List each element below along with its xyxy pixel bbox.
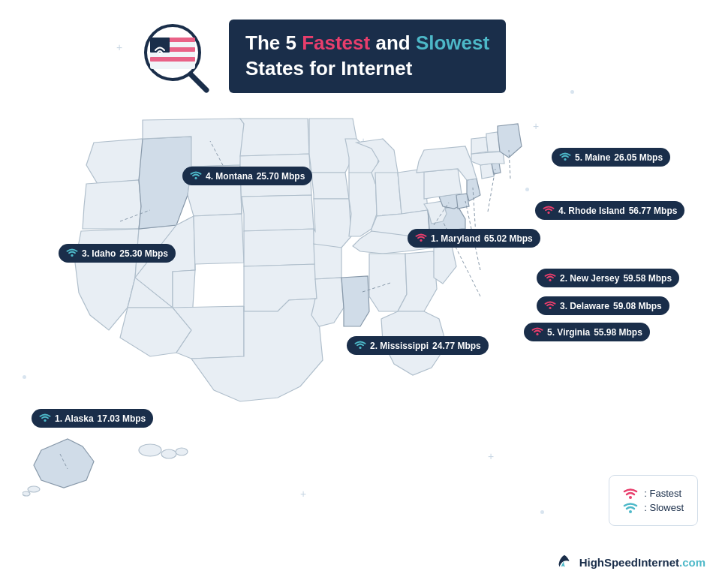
title-line1: The 5 Fastest and Slowest: [245, 31, 489, 56]
montana-label: 4. Montana 25.70 Mbps: [182, 167, 312, 185]
deco-dot: [570, 90, 574, 94]
alaska-rank: 1. Alaska: [55, 413, 94, 424]
svg-point-74: [71, 254, 73, 257]
svg-point-83: [629, 510, 632, 513]
svg-marker-38: [369, 254, 407, 311]
wifi-fast-icon5: [531, 326, 543, 338]
svg-point-82: [629, 496, 632, 499]
fastest-word: Fastest: [302, 32, 370, 54]
svg-point-59: [139, 444, 161, 456]
legend-fastest-label: : Fastest: [644, 488, 681, 499]
nj-label: 2. New Jersey 59.58 Mbps: [537, 269, 679, 287]
svg-marker-53: [471, 137, 488, 154]
ri-label: 4. Rhode Island 56.77 Mbps: [535, 201, 684, 220]
ri-speed: 56.77 Mbps: [629, 206, 678, 216]
svg-marker-55: [498, 124, 522, 158]
svg-point-72: [44, 419, 46, 422]
idaho-rank: 3. Idaho: [82, 248, 116, 259]
mississippi-speed: 24.77 Mbps: [432, 341, 481, 351]
svg-point-80: [547, 212, 549, 214]
map-area: .state { fill: #e8eef4; stroke: #b0bfcc;…: [23, 98, 608, 518]
maryland-rank: 1. Maryland: [431, 233, 480, 244]
virginia-rank: 5. Virginia: [547, 327, 590, 338]
svg-marker-34: [375, 173, 402, 216]
svg-point-76: [564, 158, 566, 161]
legend-fastest: : Fastest: [623, 488, 684, 499]
svg-point-78: [549, 279, 551, 281]
wifi-slow-icon5: [559, 152, 571, 163]
svg-marker-35: [398, 169, 428, 214]
svg-point-77: [420, 239, 422, 242]
legend-fastest-icon: [623, 488, 638, 499]
mississippi-label: 2. Mississippi 24.77 Mbps: [347, 336, 489, 355]
svg-marker-30: [341, 276, 369, 326]
svg-point-60: [161, 449, 176, 458]
svg-marker-21: [242, 195, 314, 231]
title-line2: States for Internet: [245, 56, 489, 82]
delaware-rank: 3. Delaware: [560, 301, 609, 311]
header: The 5 Fastest and Slowest States for Int…: [135, 15, 506, 98]
montana-rank: 4. Montana: [206, 171, 253, 182]
svg-point-73: [359, 347, 361, 349]
wifi-slow-icon2: [354, 340, 366, 351]
maryland-label: 1. Maryland 65.02 Mbps: [408, 229, 540, 248]
wifi-fast-icon3: [544, 300, 556, 311]
virginia-label: 5. Virginia 55.98 Mbps: [524, 323, 650, 341]
svg-rect-5: [150, 57, 195, 62]
ri-rank: 4. Rhode Island: [558, 206, 625, 216]
brand: HighSpeedInternet.com: [554, 551, 705, 572]
svg-marker-9: [83, 180, 141, 229]
montana-speed: 25.70 Mbps: [257, 171, 305, 182]
legend-slowest-label: : Slowest: [644, 502, 684, 513]
alaska-label: 1. Alaska 17.03 Mbps: [32, 409, 153, 428]
virginia-speed: 55.98 Mbps: [594, 327, 642, 338]
brand-bird-icon: [554, 551, 575, 572]
svg-marker-29: [311, 278, 344, 326]
magnifier-icon: [135, 15, 218, 98]
wifi-slow-icon: [39, 413, 51, 424]
svg-marker-22: [244, 229, 315, 266]
svg-marker-41: [434, 246, 456, 284]
maine-label: 5. Maine 26.05 Mbps: [552, 148, 670, 167]
wifi-fast-icon4: [543, 205, 555, 216]
slowest-word: Slowest: [416, 32, 489, 54]
idaho-label: 3. Idaho 25.30 Mbps: [59, 244, 176, 263]
nj-speed: 59.58 Mbps: [623, 273, 672, 284]
maryland-speed: 65.02 Mbps: [484, 233, 533, 244]
maine-speed: 26.05 Mbps: [614, 152, 663, 163]
svg-marker-19: [240, 119, 309, 156]
wifi-fast-icon: [415, 233, 427, 244]
legend-slowest: : Slowest: [623, 502, 684, 513]
delaware-label: 3. Delaware 59.08 Mbps: [537, 296, 669, 315]
svg-point-57: [28, 486, 40, 492]
svg-marker-56: [34, 439, 94, 488]
nj-rank: 2. New Jersey: [560, 273, 619, 284]
svg-marker-26: [311, 173, 349, 199]
svg-point-75: [194, 177, 197, 179]
idaho-speed: 25.30 Mbps: [119, 248, 168, 259]
svg-point-58: [23, 491, 30, 496]
wifi-fast-icon2: [544, 272, 556, 284]
mississippi-rank: 2. Mississippi: [370, 341, 429, 351]
deco-plus: +: [116, 41, 122, 53]
maine-rank: 5. Maine: [575, 152, 610, 163]
svg-point-81: [536, 333, 538, 335]
legend: : Fastest : Slowest: [609, 475, 698, 526]
legend-slowest-icon: [623, 502, 638, 513]
brand-name: HighSpeedInternet.com: [579, 556, 705, 569]
title-box: The 5 Fastest and Slowest States for Int…: [229, 20, 506, 93]
svg-marker-16: [194, 214, 244, 270]
svg-marker-8: [86, 139, 146, 184]
main-container: + + + + + +: [0, 0, 728, 586]
alaska-speed: 17.03 Mbps: [98, 413, 146, 424]
wifi-slow-icon3: [66, 248, 78, 259]
svg-marker-28: [314, 244, 341, 279]
svg-point-7: [159, 53, 161, 56]
svg-point-61: [176, 448, 188, 455]
delaware-speed: 59.08 Mbps: [613, 301, 662, 311]
svg-point-79: [549, 307, 551, 309]
wifi-slow-icon4: [190, 170, 202, 182]
